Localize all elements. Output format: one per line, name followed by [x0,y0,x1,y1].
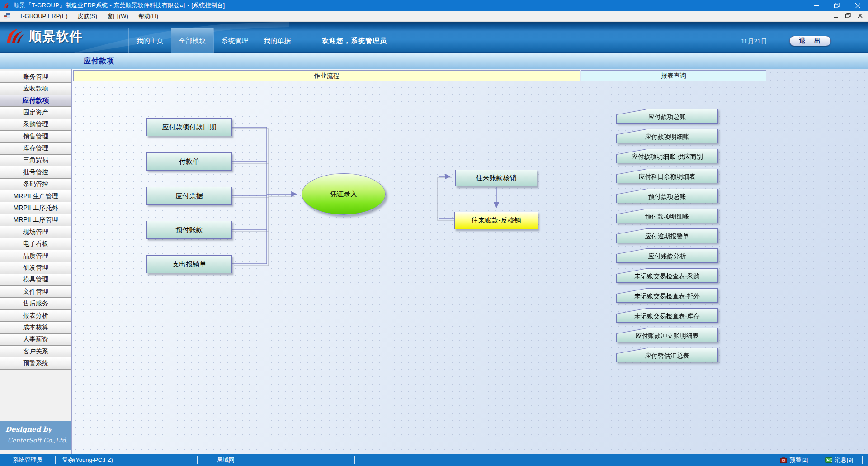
sidebar-item[interactable]: 账务管理 [0,71,71,83]
report-button-offset-detail[interactable]: 应付账款冲立账明细表 [616,328,718,342]
sidebar-item[interactable]: 销售管理 [0,131,71,143]
status-workstation: 复杂(Young-PC:FZ) [56,454,197,466]
sidebar-item[interactable]: 三角贸易 [0,155,71,166]
tab-my-home[interactable]: 我的主页 [128,28,171,53]
child-close-button[interactable] [858,13,863,19]
sidebar-item[interactable]: 品质管理 [0,250,71,262]
module-list: 账务管理 应收款项 应付款项 固定资产 采购管理 销售管理 库存管理 三角贸易 … [0,69,71,370]
sidebar-item[interactable]: MRPII 生产管理 [0,190,71,202]
restore-button[interactable] [826,0,847,11]
sidebar-item[interactable]: 库存管理 [0,143,71,154]
app-logo-icon [3,1,11,10]
section-tab-workflow[interactable]: 作业流程 [73,70,580,81]
report-button-unposted-check-outsourcing[interactable]: 未记账交易检查表-托外 [616,288,718,303]
report-button-overdue-alert[interactable]: 应付逾期报警单 [616,228,718,243]
designed-by-line1: Designed by [5,425,71,433]
status-messages[interactable]: 消息[9] [816,454,862,466]
module-title-bar: 应付款项 [0,53,868,69]
module-sidebar: 账务管理 应收款项 应付款项 固定资产 采购管理 销售管理 库存管理 三角贸易 … [0,69,72,454]
tab-system-management[interactable]: 系统管理 [213,28,256,53]
designed-by-line2: CenterSoft Co.,Ltd. [0,437,68,444]
menu-help[interactable]: 帮助(H) [133,11,163,22]
sidebar-item[interactable]: MRPII 工序托外 [0,202,71,214]
sidebar-item[interactable]: 文件管理 [0,286,71,298]
report-button-prepaid-detail-ledger[interactable]: 预付款项明细账 [616,209,718,223]
menu-window[interactable]: 窗口(W) [102,11,133,22]
sidebar-item[interactable]: 现场管理 [0,226,71,238]
report-button-aging-analysis[interactable]: 应付账龄分析 [616,248,718,263]
child-window-icon [4,13,11,19]
sidebar-item[interactable]: 条码管控 [0,179,71,190]
menu-bar: T-GROUP ERP(E) 皮肤(S) 窗口(W) 帮助(H) [0,11,868,22]
sidebar-item[interactable]: 研发管理 [0,262,71,274]
child-restore-button[interactable] [845,13,851,19]
envelope-icon [825,457,832,463]
menu-skin[interactable]: 皮肤(S) [73,11,102,22]
report-button-payable-general-ledger[interactable]: 应付款项总账 [616,109,718,124]
date-display: 11月21日 [737,38,767,46]
date-separator [737,38,737,45]
menu-tgroup-erp[interactable]: T-GROUP ERP(E) [14,11,73,22]
report-button-unposted-check-inventory[interactable]: 未记账交易检查表-库存 [616,308,718,323]
welcome-text: 欢迎您，系统管理员 [322,37,387,45]
main-nav-tabs: 我的主页 全部模块 系统管理 我的单据 [128,28,298,53]
flow-node-payment-date[interactable]: 应付款项付款日期 [146,118,232,136]
page-title: 应付款项 [84,57,114,66]
sidebar-item[interactable]: 批号管控 [0,166,71,178]
sidebar-item[interactable]: MRPII 工序管理 [0,214,71,226]
report-button-estimate-summary[interactable]: 应付暂估汇总表 [616,348,718,362]
sidebar-item-selected[interactable]: 应付款项 [0,95,71,107]
report-button-unposted-check-purchase[interactable]: 未记账交易检查表-采购 [616,268,718,283]
status-network: 局域网 [198,454,254,466]
status-separator [354,456,355,464]
report-button-payable-account-balance[interactable]: 应付科目余额明细表 [616,169,718,183]
brand-logo: 顺景软件 [5,27,83,46]
section-tab-reports[interactable]: 报表查询 [581,70,766,81]
sidebar-item[interactable]: 成本核算 [0,322,71,333]
status-user: 系统管理员 [0,454,55,466]
erp-application-window: 顺景『T-GROUP』制造业ERP系统 - 东莞顺景软件科技有限公司 - [系统… [0,0,868,466]
designed-by-box: Designed by CenterSoft Co.,Ltd. [0,421,71,450]
status-tail [863,454,868,466]
minimize-button[interactable] [806,0,826,11]
child-minimize-button[interactable] [834,13,838,19]
app-header: 顺景软件 我的主页 全部模块 系统管理 我的单据 欢迎您，系统管理员 11月21… [0,22,868,53]
brand-name: 顺景软件 [29,28,83,45]
sidebar-item[interactable]: 固定资产 [0,107,71,119]
flow-node-verify[interactable]: 往来账款核销 [455,170,537,186]
first-aid-icon [780,457,787,463]
workflow-canvas: 作业流程 报表查询 [72,69,868,454]
sidebar-item[interactable]: 报表分析 [0,310,71,322]
close-button[interactable] [847,0,868,11]
flow-node-payment-slip[interactable]: 付款单 [146,152,232,171]
title-bar: 顺景『T-GROUP』制造业ERP系统 - 东莞顺景软件科技有限公司 - [系统… [0,0,868,11]
tab-my-documents[interactable]: 我的单据 [256,28,298,53]
report-button-payable-detail-ledger[interactable]: 应付款项明细账 [616,129,718,143]
sidebar-item[interactable]: 人事薪资 [0,334,71,346]
tab-all-modules[interactable]: 全部模块 [171,28,213,53]
sidebar-item[interactable]: 应收款项 [0,83,71,95]
flow-node-payable-notes[interactable]: 应付票据 [146,187,232,205]
report-button-payable-detail-by-supplier[interactable]: 应付款项明细账-供应商别 [616,149,718,163]
status-alerts[interactable]: 预警[2] [772,454,816,466]
status-empty-cell [254,454,354,466]
flow-node-expense-report[interactable]: 支出报销单 [146,255,232,273]
sidebar-item[interactable]: 预警系统 [0,357,71,369]
logout-button[interactable]: 退 出 [789,36,831,46]
sidebar-item[interactable]: 采购管理 [0,119,71,131]
sidebar-item[interactable]: 模具管理 [0,274,71,286]
flow-node-unverify[interactable]: 往来账款-反核销 [454,212,538,229]
report-button-prepaid-general-ledger[interactable]: 预付款项总账 [616,189,718,203]
sidebar-item[interactable]: 客户关系 [0,346,71,357]
sidebar-item[interactable]: 售后服务 [0,298,71,309]
sidebar-item[interactable]: 电子看板 [0,238,71,250]
status-bar: 系统管理员 复杂(Young-PC:FZ) 局域网 预警[2] 消息[9] [0,454,868,466]
brand-swoosh-icon [5,27,25,46]
flow-node-prepayment[interactable]: 预付账款 [146,221,232,239]
window-title: 顺景『T-GROUP』制造业ERP系统 - 东莞顺景软件科技有限公司 - [系统… [14,1,225,10]
flow-node-voucher-entry[interactable]: 凭证录入 [302,173,386,215]
